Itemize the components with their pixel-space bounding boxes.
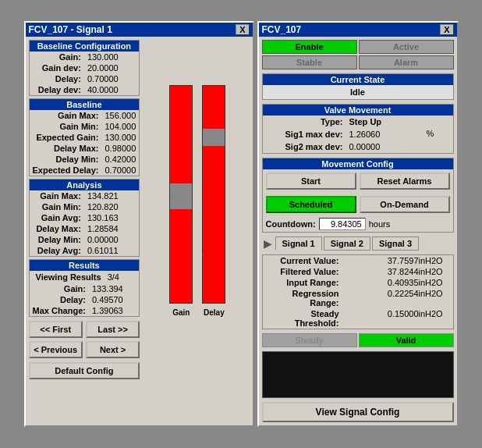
default-config-button[interactable]: Default Config bbox=[29, 362, 140, 379]
view-signal-config-button[interactable]: View Signal Config bbox=[262, 402, 454, 422]
delay-dev-value: 40.0000 bbox=[84, 84, 139, 95]
gain-bar-middle bbox=[170, 183, 192, 209]
regression-range-unit: inH2O bbox=[419, 289, 450, 308]
movement-config-header: Movement Config bbox=[263, 158, 453, 169]
baseline-gain-min: 104.000 bbox=[101, 121, 139, 132]
scheduled-ondemand-row: Scheduled On-Demand bbox=[263, 193, 453, 216]
left-panel-title: FCV_107 - Signal 1 bbox=[29, 24, 112, 35]
countdown-value: 9.84305 bbox=[319, 218, 366, 230]
steady-threshold-unit: inH2O bbox=[419, 309, 450, 328]
movement-config-section: Movement Config Start Reset Alarms Sched… bbox=[262, 158, 454, 233]
signal-values-section: Current Value: 37.7597 inH2O Filtered Va… bbox=[262, 254, 454, 329]
filtered-value-unit: inH2O bbox=[419, 267, 450, 276]
signal1-tab[interactable]: Signal 1 bbox=[275, 236, 322, 251]
sig2-unit bbox=[427, 141, 450, 152]
valve-movement-section: Valve Movement Type: Step Up Sig1 max de… bbox=[262, 104, 454, 154]
gain-dev-label: Gain dev: bbox=[30, 62, 84, 73]
regression-range-value: 0.22254 bbox=[342, 289, 419, 308]
steady-cell: Steady bbox=[262, 333, 357, 347]
input-range-value: 0.40935 bbox=[342, 278, 419, 287]
viz-columns: ► Gain ► ► bbox=[169, 85, 225, 335]
current-state-box: Current State Idle bbox=[262, 73, 454, 100]
current-state-header: Current State bbox=[263, 74, 453, 85]
signal-chart bbox=[262, 351, 454, 398]
input-range-label: Input Range: bbox=[266, 278, 342, 287]
type-value: Step Up bbox=[346, 116, 427, 127]
countdown-label: Countdown: bbox=[266, 219, 316, 229]
first-button[interactable]: << First bbox=[29, 321, 83, 338]
valve-type-row: Type: Step Up bbox=[263, 116, 453, 128]
alarm-button[interactable]: Alarm bbox=[359, 55, 454, 69]
baseline-config-grid: Gain: 130.000 Gain dev: 20.0000 Delay: 0… bbox=[30, 52, 140, 95]
analysis-gain-min: 120.820 bbox=[84, 201, 139, 212]
sig1-label: Sig1 max dev: bbox=[266, 129, 346, 140]
regression-range-row: Regression Range: 0.22254 inH2O bbox=[263, 288, 453, 308]
results-section: Results Viewing Results 3/4 Gain: 133.39… bbox=[29, 259, 140, 317]
baseline-expected-delay: 0.70000 bbox=[101, 165, 139, 176]
filtered-value: 37.8244 bbox=[342, 267, 419, 276]
baseline-expected-gain: 130.000 bbox=[101, 132, 139, 143]
scheduled-button[interactable]: Scheduled bbox=[266, 196, 356, 213]
gain-label: Gain: bbox=[30, 52, 84, 62]
delay-arrow-bottom-icon: ► bbox=[202, 248, 206, 262]
analysis-gain-max: 134.821 bbox=[84, 190, 139, 201]
right-panel-close-button[interactable]: X bbox=[440, 24, 453, 35]
analysis-section: Analysis Gain Max: 134.821 Gain Min: 120… bbox=[29, 179, 140, 257]
delay-dev-label: Delay dev: bbox=[30, 84, 84, 95]
signal-tabs: ▶ Signal 1 Signal 2 Signal 3 bbox=[262, 236, 454, 251]
viewing-results-value: 3/4 bbox=[105, 272, 136, 283]
viewing-results-label: Viewing Results bbox=[33, 272, 105, 283]
delay-label: Delay: bbox=[30, 73, 84, 84]
sig2-label: Sig2 max dev: bbox=[266, 141, 346, 152]
current-value-unit: inH2O bbox=[419, 256, 450, 265]
delay-viz-label: Delay bbox=[204, 308, 225, 317]
delay-column: ► ► Delay bbox=[202, 85, 225, 319]
analysis-delay-avg: 0.61011 bbox=[84, 245, 139, 256]
delay-arrow-icon: ► bbox=[202, 137, 206, 151]
last-button[interactable]: Last >> bbox=[86, 321, 140, 338]
tab-left-arrow-icon[interactable]: ▶ bbox=[262, 237, 274, 250]
baseline-delay-max: 0.98000 bbox=[101, 143, 139, 154]
left-panel-close-button[interactable]: X bbox=[236, 24, 249, 35]
delay-value: 0.70000 bbox=[84, 73, 139, 84]
results-gain: 133.394 bbox=[89, 283, 139, 294]
left-panel: FCV_107 - Signal 1 X Baseline Configurat… bbox=[24, 21, 254, 427]
previous-button[interactable]: < Previous bbox=[29, 341, 83, 358]
sig1-unit: % bbox=[427, 129, 450, 140]
start-reset-row: Start Reset Alarms bbox=[263, 169, 453, 193]
results-max-change: 1.39063 bbox=[89, 305, 139, 316]
enable-button[interactable]: Enable bbox=[262, 40, 357, 54]
analysis-header: Analysis bbox=[30, 180, 140, 190]
sig1-value: 1.26060 bbox=[346, 129, 427, 140]
gain-bar: ► bbox=[169, 85, 193, 304]
baseline-header: Baseline bbox=[30, 99, 140, 110]
steady-threshold-row: Steady Threshold: 0.15000 inH2O bbox=[263, 308, 453, 329]
on-demand-button[interactable]: On-Demand bbox=[360, 196, 450, 213]
baseline-gain-max: 156.000 bbox=[101, 110, 139, 121]
gain-bar-bottom bbox=[170, 209, 192, 303]
active-button[interactable]: Active bbox=[359, 40, 454, 54]
current-state-value: Idle bbox=[263, 85, 453, 99]
right-panel-title: FCV_107 bbox=[262, 24, 302, 35]
delay-bar-middle bbox=[203, 129, 225, 146]
countdown-row: Countdown: 9.84305 hours bbox=[263, 216, 453, 232]
gain-column: ► Gain bbox=[169, 85, 193, 319]
reset-alarms-button[interactable]: Reset Alarms bbox=[360, 172, 450, 190]
sig1-row: Sig1 max dev: 1.26060 % bbox=[263, 128, 453, 140]
results-header: Results bbox=[30, 260, 140, 271]
delay-bar-bottom bbox=[203, 146, 225, 302]
signal2-tab[interactable]: Signal 2 bbox=[324, 236, 370, 251]
left-panel-title-bar: FCV_107 - Signal 1 X bbox=[26, 23, 253, 37]
current-value: 37.7597 bbox=[342, 256, 419, 265]
signal3-tab[interactable]: Signal 3 bbox=[372, 236, 419, 251]
countdown-unit: hours bbox=[369, 219, 391, 229]
steady-threshold-label: Steady Threshold: bbox=[266, 309, 342, 328]
results-grid: Gain: 133.394 Delay: 0.49570 Max Change:… bbox=[30, 283, 140, 316]
next-button[interactable]: Next > bbox=[86, 341, 140, 358]
stable-button[interactable]: Stable bbox=[262, 55, 357, 69]
gain-viz-label: Gain bbox=[172, 308, 190, 317]
analysis-grid: Gain Max: 134.821 Gain Min: 120.820 Gain… bbox=[30, 190, 140, 256]
start-button[interactable]: Start bbox=[266, 172, 356, 190]
filtered-value-row: Filtered Value: 37.8244 inH2O bbox=[263, 266, 453, 277]
visualization-area: ► Gain ► ► bbox=[143, 37, 252, 382]
